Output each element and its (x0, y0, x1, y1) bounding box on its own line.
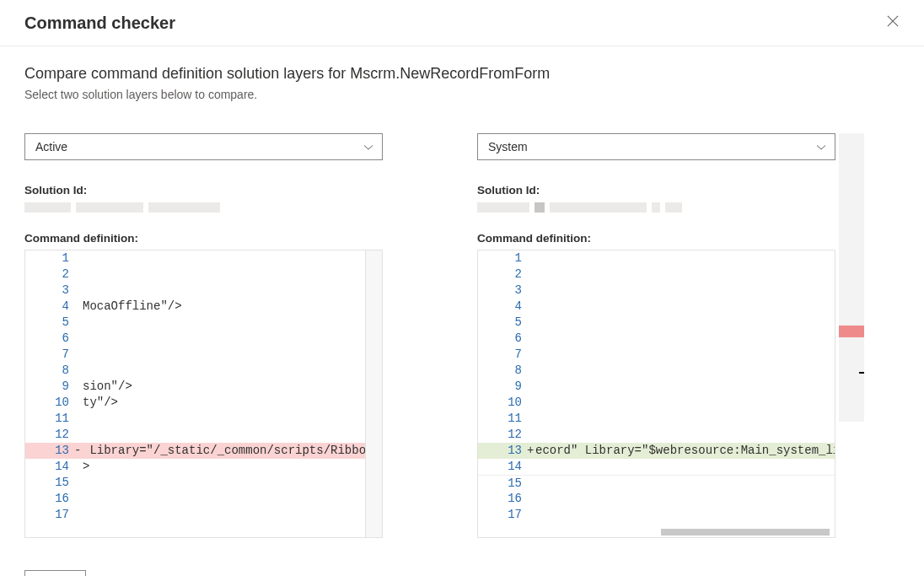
code-line: 2 (25, 266, 382, 283)
line-number: 8 (25, 363, 74, 379)
right-layer-select[interactable]: System (477, 133, 835, 160)
dialog-header: Command checker (0, 0, 924, 46)
line-number: 7 (478, 347, 527, 363)
line-number: 2 (478, 266, 527, 283)
code-text (535, 283, 835, 299)
diff-marker (74, 250, 83, 266)
line-number: 2 (25, 266, 74, 283)
code-text (83, 315, 382, 331)
line-number: 10 (478, 395, 527, 411)
code-text (535, 491, 835, 507)
line-number: 14 (25, 459, 74, 475)
code-text: ecord" Library="$webresource:Main_system… (535, 443, 835, 459)
diff-marker (527, 283, 535, 299)
left-layer-select[interactable]: Active (24, 133, 383, 160)
code-line: 9sion"/> (25, 379, 382, 395)
code-text (83, 347, 382, 363)
code-text (83, 491, 382, 507)
diff-marker (527, 459, 535, 475)
line-number: 12 (478, 427, 527, 443)
code-line: 8 (25, 363, 382, 379)
code-text (535, 395, 835, 411)
line-number: 16 (478, 491, 527, 507)
chevron-down-icon (363, 142, 373, 152)
code-text: Library="/_static/_common/scripts/Ribbon… (83, 443, 382, 459)
code-text (535, 347, 835, 363)
code-line: 10ty"/> (25, 395, 382, 411)
code-line: 10 (478, 395, 835, 411)
solution-id-label: Solution Id: (24, 184, 383, 196)
code-text (535, 266, 835, 283)
code-line: 4 (478, 299, 835, 315)
code-text (83, 283, 382, 299)
diff-marker (74, 299, 83, 315)
line-number: 5 (478, 315, 527, 331)
select-value: Active (35, 140, 67, 153)
command-definition-label: Command definition: (477, 232, 835, 245)
code-text (535, 507, 835, 523)
diff-marker (74, 491, 83, 507)
diff-marker (527, 347, 535, 363)
command-definition-label: Command definition: (24, 232, 383, 245)
close-icon[interactable] (882, 12, 904, 34)
diff-marker (527, 411, 535, 427)
code-line: 6 (478, 331, 835, 347)
line-number: 15 (478, 476, 527, 491)
solution-id-value-redacted (24, 202, 383, 213)
code-line: 13+ecord" Library="$webresource:Main_sys… (478, 443, 835, 459)
diff-marker (527, 507, 535, 523)
line-number: 4 (25, 299, 74, 315)
code-line: 11 (478, 411, 835, 427)
line-number: 13 (25, 443, 74, 459)
code-text (83, 266, 382, 283)
back-button[interactable]: Back (24, 570, 86, 576)
diff-minimap[interactable] (839, 133, 864, 422)
diff-marker (527, 299, 535, 315)
code-line: 15 (478, 475, 835, 491)
line-number: 9 (478, 379, 527, 395)
diff-marker (74, 363, 83, 379)
line-number: 14 (478, 459, 527, 475)
helper-text: Select two solution layers below to comp… (24, 88, 900, 101)
dialog-title: Command checker (24, 13, 175, 33)
diff-marker (74, 411, 83, 427)
line-number: 13 (478, 443, 527, 459)
diff-marker (74, 283, 83, 299)
code-text (535, 411, 835, 427)
line-number: 15 (25, 475, 74, 491)
line-number: 1 (478, 250, 527, 266)
code-line: 3 (25, 283, 382, 299)
solution-id-label: Solution Id: (477, 184, 835, 196)
code-line: 5 (478, 315, 835, 331)
code-line: 12 (25, 427, 382, 443)
code-text (83, 363, 382, 379)
code-line: 5 (25, 315, 382, 331)
diff-marker (527, 331, 535, 347)
code-text (83, 331, 382, 347)
editor-scrollbar-track (365, 250, 382, 537)
diff-marker (527, 491, 535, 507)
diff-marker (74, 507, 83, 523)
diff-marker (527, 315, 535, 331)
code-line: 9 (478, 379, 835, 395)
diff-marker (74, 315, 83, 331)
line-number: 3 (25, 283, 74, 299)
line-number: 6 (478, 331, 527, 347)
code-text (535, 250, 835, 266)
code-line: 13- Library="/_static/_common/scripts/Ri… (25, 443, 382, 459)
left-code-editor[interactable]: 1234MocaOffline"/>56789sion"/>10ty"/>111… (24, 250, 383, 538)
right-code-editor[interactable]: 12345678910111213+ecord" Library="$webre… (477, 250, 835, 538)
code-text (535, 363, 835, 379)
code-line: 14> (25, 459, 382, 475)
code-text (535, 299, 835, 315)
diff-marker (74, 266, 83, 283)
code-text (83, 427, 382, 443)
diff-marker (527, 250, 535, 266)
line-number: 12 (25, 427, 74, 443)
horizontal-scrollbar[interactable] (661, 529, 830, 536)
diff-marker (527, 427, 535, 443)
right-pane: System Solution Id: Command definition: … (477, 133, 835, 538)
minimap-cursor (859, 372, 864, 374)
line-number: 9 (25, 379, 74, 395)
line-number: 11 (478, 411, 527, 427)
